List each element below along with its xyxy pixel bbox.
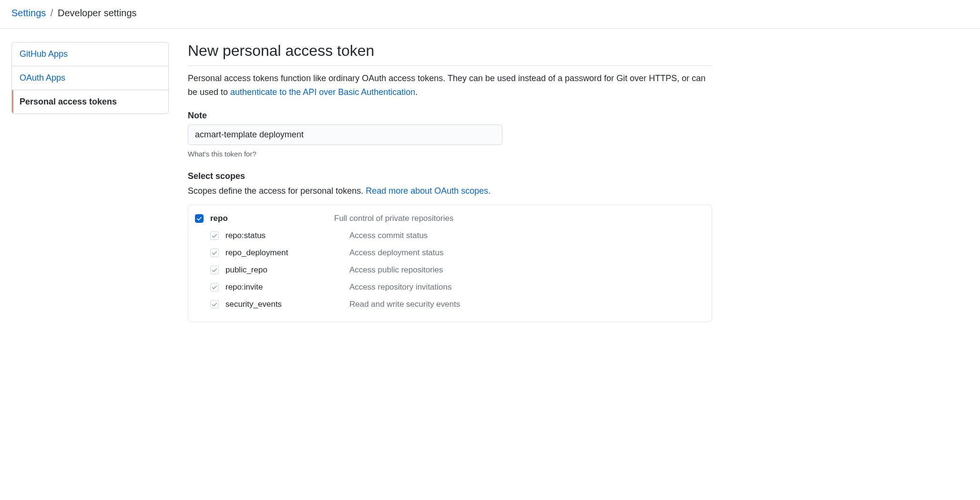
checkbox-repo-deployment[interactable] xyxy=(210,249,219,257)
scope-row-repo-status: repo:status Access commit status xyxy=(195,227,705,244)
note-help-text: What's this token for? xyxy=(188,150,712,158)
auth-api-link[interactable]: authenticate to the API over Basic Authe… xyxy=(230,87,415,97)
checkbox-repo-invite[interactable] xyxy=(210,283,219,292)
breadcrumb: Settings / Developer settings xyxy=(0,0,980,29)
breadcrumb-separator: / xyxy=(51,8,53,18)
sidebar-menu: GitHub Apps OAuth Apps Personal access t… xyxy=(11,42,169,114)
scope-desc-security-events: Read and write security events xyxy=(349,300,460,309)
sidebar-item-github-apps[interactable]: GitHub Apps xyxy=(12,42,168,66)
checkbox-public-repo[interactable] xyxy=(210,266,219,274)
check-icon xyxy=(212,267,217,273)
check-icon xyxy=(196,216,202,221)
check-icon xyxy=(212,302,217,307)
scope-desc-public-repo: Access public repositories xyxy=(349,265,443,275)
note-label: Note xyxy=(188,111,712,121)
sidebar: GitHub Apps OAuth Apps Personal access t… xyxy=(11,42,169,322)
note-input[interactable] xyxy=(188,125,502,145)
scope-row-repo-invite: repo:invite Access repository invitation… xyxy=(195,279,705,296)
scope-desc-repo-deployment: Access deployment status xyxy=(349,248,443,258)
scope-row-security-events: security_events Read and write security … xyxy=(195,296,705,313)
scope-row-repo: repo Full control of private repositorie… xyxy=(195,214,705,227)
scopes-read-more-link[interactable]: Read more about OAuth scopes. xyxy=(366,186,490,196)
sidebar-item-personal-access-tokens[interactable]: Personal access tokens xyxy=(12,90,168,114)
scope-name-repo[interactable]: repo xyxy=(210,214,334,223)
scope-desc-repo-invite: Access repository invitations xyxy=(349,282,451,292)
checkbox-security-events[interactable] xyxy=(210,300,219,309)
scope-name-public-repo[interactable]: public_repo xyxy=(225,265,349,275)
scopes-box: repo Full control of private repositorie… xyxy=(188,205,712,322)
scope-desc-repo-status: Access commit status xyxy=(349,231,428,240)
page-title: New personal access token xyxy=(188,42,712,66)
scope-row-public-repo: public_repo Access public repositories xyxy=(195,261,705,279)
sidebar-item-oauth-apps[interactable]: OAuth Apps xyxy=(12,66,168,90)
checkbox-repo[interactable] xyxy=(195,214,204,223)
scope-name-security-events[interactable]: security_events xyxy=(225,300,349,309)
checkbox-repo-status[interactable] xyxy=(210,231,219,240)
breadcrumb-parent-link[interactable]: Settings xyxy=(11,8,46,18)
check-icon xyxy=(212,284,217,290)
scope-desc-repo: Full control of private repositories xyxy=(334,214,453,223)
scope-name-repo-deployment[interactable]: repo_deployment xyxy=(225,248,349,258)
scopes-title: Select scopes xyxy=(188,171,712,181)
scope-row-repo-deployment: repo_deployment Access deployment status xyxy=(195,244,705,261)
scopes-desc-text: Scopes define the access for personal to… xyxy=(188,186,366,196)
scopes-description: Scopes define the access for personal to… xyxy=(188,186,712,196)
token-description: Personal access tokens function like ord… xyxy=(188,72,712,99)
scope-name-repo-invite[interactable]: repo:invite xyxy=(225,282,349,292)
scope-name-repo-status[interactable]: repo:status xyxy=(225,231,349,240)
breadcrumb-current: Developer settings xyxy=(58,8,137,18)
check-icon xyxy=(212,233,217,239)
main-content: New personal access token Personal acces… xyxy=(188,42,712,322)
check-icon xyxy=(212,250,217,256)
token-description-text-b: . xyxy=(415,87,418,97)
